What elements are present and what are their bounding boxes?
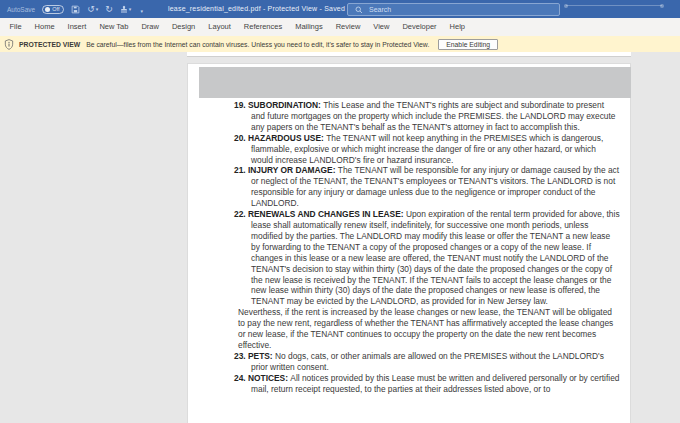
tab-draw[interactable]: Draw — [135, 18, 166, 36]
quick-access-toolbar: AutoSave Off ↺▾ ↻ ▾ ▾ — [0, 0, 145, 20]
save-icon[interactable] — [71, 5, 80, 14]
clause-heading: NOTICES: — [248, 373, 290, 383]
tab-file[interactable]: File — [3, 18, 28, 36]
tab-view[interactable]: View — [367, 18, 396, 36]
clause-heading: PETS: — [248, 351, 275, 361]
lease-clause: 24. NOTICES: All notices provided by thi… — [234, 373, 620, 395]
clause-heading: SUBORDINATION: — [248, 100, 323, 110]
redo-icon[interactable]: ↻ — [105, 0, 113, 18]
enable-editing-button[interactable]: Enable Editing — [438, 39, 498, 50]
autosave-state: Off — [52, 6, 59, 12]
lease-clause: 19. SUBORDINATION: This Lease and the TE… — [234, 100, 620, 133]
lease-clause: 22. RENEWALS AND CHANGES IN LEASE: Upon … — [234, 209, 620, 307]
tab-design[interactable]: Design — [165, 18, 201, 36]
clause-number: 22. — [234, 209, 248, 219]
document-title: lease_residential_edited.pdf - Protected… — [168, 0, 350, 18]
customize-line-icon — [138, 0, 145, 1]
tab-references[interactable]: References — [237, 18, 288, 36]
previous-page-bottom — [187, 52, 631, 57]
protected-view-banner: PROTECTED VIEW Be careful—files from the… — [0, 36, 680, 52]
undo-icon[interactable]: ↺▾ — [87, 0, 98, 18]
clause-heading: RENEWALS AND CHANGES IN LEASE: — [248, 209, 406, 219]
autosave-toggle[interactable]: Off — [42, 5, 64, 14]
autosave-label: AutoSave — [7, 6, 35, 13]
doc-list: 19. SUBORDINATION: This Lease and the TE… — [234, 100, 620, 394]
titlebar: AutoSave Off ↺▾ ↻ ▾ ▾ lease_residential_… — [0, 0, 680, 18]
document-area: 19. SUBORDINATION: This Lease and the TE… — [0, 52, 680, 423]
search-input[interactable]: Search — [347, 3, 560, 16]
tab-review[interactable]: Review — [329, 18, 367, 36]
clause-heading: HAZARDOUS USE: — [248, 133, 326, 143]
word-window: AutoSave Off ↺▾ ↻ ▾ ▾ lease_residential_… — [0, 0, 680, 423]
clause-number: 20. — [234, 133, 248, 143]
ribbon-tab-bar: FileHomeInsertNew TabDrawDesignLayoutRef… — [0, 18, 680, 36]
tab-help[interactable]: Help — [443, 18, 471, 36]
search-placeholder: Search — [369, 6, 391, 13]
lease-clause: 20. HAZARDOUS USE: The TENANT will not k… — [234, 133, 620, 166]
search-icon — [355, 6, 363, 14]
document-title-text: lease_residential_edited.pdf - Protected… — [168, 5, 345, 12]
stamp-dropdown-icon[interactable]: ▾ — [129, 0, 132, 18]
tab-developer[interactable]: Developer — [396, 18, 443, 36]
banner-label: PROTECTED VIEW — [19, 41, 80, 48]
clause-number: 24. — [234, 373, 248, 383]
undo-dropdown-icon[interactable]: ▾ — [96, 0, 99, 18]
clause-number: 21. — [234, 165, 248, 175]
customize-caret-icon: ▾ — [141, 2, 144, 20]
banner-message: Be careful—files from the Internet can c… — [86, 41, 429, 48]
titlebar-decoration — [566, 5, 662, 6]
clause-heading: INJURY OR DAMAGE: — [248, 165, 338, 175]
lease-clause: 21. INJURY OR DAMAGE: The TENANT will be… — [234, 165, 620, 209]
tab-mailings[interactable]: Mailings — [289, 18, 330, 36]
tab-layout[interactable]: Layout — [202, 18, 238, 36]
redacted-image-placeholder — [199, 67, 631, 98]
customize-toolbar-icon[interactable]: ▾ — [138, 0, 145, 20]
tab-insert[interactable]: Insert — [61, 18, 93, 36]
lease-clause: 23. PETS: No dogs, cats, or other animal… — [234, 351, 620, 373]
stamp-icon[interactable]: ▾ — [120, 0, 132, 18]
toggle-knob-icon — [45, 7, 50, 12]
tab-home[interactable]: Home — [28, 18, 61, 36]
ribbon-tabs: FileHomeInsertNew TabDrawDesignLayoutRef… — [3, 18, 472, 36]
tab-new-tab[interactable]: New Tab — [93, 18, 135, 36]
clause-number: 19. — [234, 100, 248, 110]
document-page[interactable]: 19. SUBORDINATION: This Lease and the TE… — [187, 63, 631, 423]
shield-info-icon — [4, 39, 14, 50]
lease-paragraph: Neverthess, if the rent is increased by … — [238, 307, 620, 351]
clause-number: 23. — [234, 351, 248, 361]
